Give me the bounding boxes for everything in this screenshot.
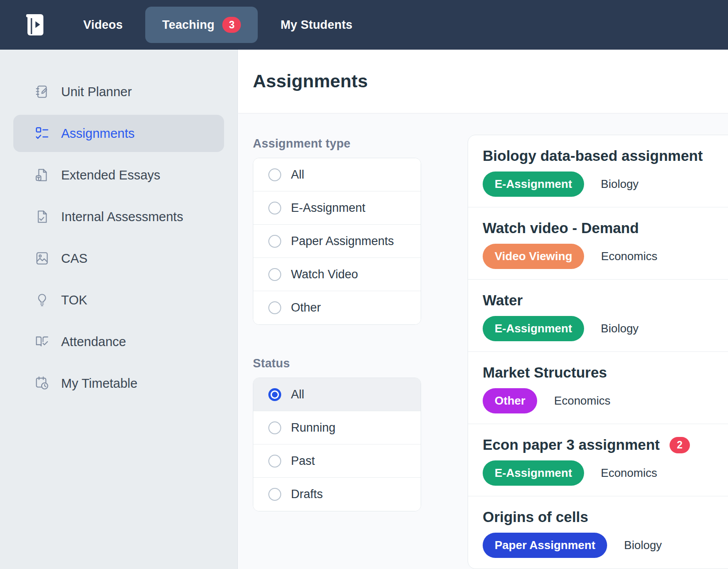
book-play-icon[interactable]	[25, 13, 46, 37]
assignments-list: Biology data-based assignment E-Assignme…	[468, 135, 728, 569]
sidebar-item-label: My Timetable	[61, 376, 137, 391]
assignment-title-text: Biology data-based assignment	[483, 148, 703, 164]
image-icon	[35, 251, 50, 266]
radio-button[interactable]	[268, 455, 281, 468]
option-label: Paper Assignments	[291, 234, 394, 248]
assignment-type-badge: Paper Assignment	[483, 533, 607, 558]
assignment-type-badge: Video Viewing	[483, 244, 584, 269]
assignment-title: Econ paper 3 assignment 2	[483, 436, 728, 453]
sidebar-item-attendance[interactable]: Attendance	[13, 323, 224, 360]
open-book-check-icon	[35, 334, 50, 349]
status-filter-option-running[interactable]: Running	[253, 411, 421, 444]
main-area: Assignments Assignment type All E-Assign…	[238, 50, 728, 569]
radio-button[interactable]	[268, 235, 281, 248]
type-filter-option-e-assignment[interactable]: E-Assignment	[253, 191, 421, 225]
assignment-title-text: Water	[483, 292, 523, 309]
assignment-title: Origins of cells	[483, 509, 728, 526]
option-label: Drafts	[291, 487, 323, 501]
sidebar: Unit Planner Assignments Extended Essays	[0, 50, 238, 569]
assignment-subject: Economics	[554, 394, 610, 408]
assignment-title-text: Origins of cells	[483, 509, 588, 526]
assignment-meta: E-Assignment Biology	[483, 171, 728, 197]
sidebar-item-label: Attendance	[61, 335, 126, 349]
type-filter-option-watch-video[interactable]: Watch Video	[253, 258, 421, 291]
radio-button[interactable]	[268, 421, 281, 434]
radio-button[interactable]	[268, 168, 281, 181]
sidebar-item-label: Extended Essays	[61, 168, 160, 183]
checklist-icon	[35, 126, 50, 141]
assignment-type-badge: E-Assignment	[483, 460, 584, 486]
assignment-row[interactable]: Market Structures Other Economics	[468, 352, 728, 424]
assignment-row[interactable]: Econ paper 3 assignment 2 E-Assignment E…	[468, 424, 728, 496]
assignment-subject: Biology	[601, 322, 639, 335]
nav-teaching[interactable]: Teaching 3	[145, 7, 258, 43]
sidebar-item-label: Unit Planner	[61, 85, 132, 99]
option-label: Watch Video	[291, 268, 358, 281]
option-label: Other	[291, 301, 321, 315]
nav-videos[interactable]: Videos	[83, 18, 123, 32]
radio-button[interactable]	[268, 301, 281, 314]
top-navigation-bar: Videos Teaching 3 My Students	[0, 0, 728, 50]
sidebar-item-label: Internal Assessments	[61, 210, 183, 224]
nav-teaching-label: Teaching	[162, 18, 214, 32]
option-label: Past	[291, 454, 315, 468]
assignment-row[interactable]: Origins of cells Paper Assignment Biolog…	[468, 496, 728, 569]
assignment-meta: E-Assignment Economics	[483, 460, 728, 486]
assignment-title-text: Market Structures	[483, 364, 607, 381]
assignment-row[interactable]: Water E-Assignment Biology	[468, 280, 728, 352]
status-filter-option-past[interactable]: Past	[253, 444, 421, 478]
assignment-meta: Other Economics	[483, 388, 728, 413]
document-check-icon	[35, 209, 50, 224]
status-filter: All Running Past Drafts	[253, 378, 421, 511]
submission-count-badge: 2	[670, 437, 690, 453]
assignment-title: Biology data-based assignment	[483, 148, 728, 164]
sidebar-item-my-timetable[interactable]: My Timetable	[13, 365, 224, 402]
sidebar-item-label: CAS	[61, 251, 88, 266]
assignment-title: Market Structures	[483, 364, 728, 381]
calendar-clock-icon	[35, 376, 50, 391]
main-header: Assignments	[238, 50, 728, 113]
status-label: Status	[253, 357, 421, 370]
option-label: Running	[291, 421, 336, 435]
assignment-title: Water	[483, 292, 728, 309]
sidebar-item-label: TOK	[61, 293, 87, 308]
assignment-subject: Economics	[601, 466, 657, 480]
assignment-row[interactable]: Biology data-based assignment E-Assignme…	[468, 135, 728, 207]
radio-button[interactable]	[268, 488, 281, 501]
teaching-count-badge: 3	[222, 17, 241, 33]
sidebar-item-unit-planner[interactable]: Unit Planner	[13, 73, 224, 110]
sidebar-item-label: Assignments	[61, 126, 135, 141]
assignment-title-text: Watch video - Demand	[483, 220, 639, 237]
sidebar-item-tok[interactable]: TOK	[13, 281, 224, 319]
status-filter-option-all[interactable]: All	[253, 378, 421, 411]
nav-my-students[interactable]: My Students	[280, 18, 352, 32]
sidebar-item-extended-essays[interactable]: Extended Essays	[13, 156, 224, 194]
assignment-meta: Paper Assignment Biology	[483, 533, 728, 558]
sidebar-item-cas[interactable]: CAS	[13, 240, 224, 277]
type-filter-option-all[interactable]: All	[253, 158, 421, 191]
top-nav-links: Videos Teaching 3 My Students	[83, 7, 352, 43]
sidebar-item-internal-assessments[interactable]: Internal Assessments	[13, 198, 224, 235]
option-label: E-Assignment	[291, 201, 365, 215]
radio-button[interactable]	[268, 268, 281, 281]
option-label: All	[291, 168, 304, 182]
page-title: Assignments	[253, 71, 368, 92]
radio-button-checked[interactable]	[268, 388, 281, 401]
option-label: All	[291, 388, 304, 401]
type-filter-option-paper-assignments[interactable]: Paper Assignments	[253, 225, 421, 258]
main-content: Assignment type All E-Assignment Paper A…	[238, 114, 728, 569]
assignment-subject: Economics	[601, 249, 657, 263]
notebook-pencil-icon	[35, 84, 50, 99]
assignment-row[interactable]: Watch video - Demand Video Viewing Econo…	[468, 207, 728, 280]
assignment-type-badge: E-Assignment	[483, 316, 584, 341]
radio-button[interactable]	[268, 202, 281, 214]
status-filter-option-drafts[interactable]: Drafts	[253, 478, 421, 511]
lightbulb-icon	[35, 292, 50, 308]
filters-panel: Assignment type All E-Assignment Paper A…	[253, 114, 421, 511]
assignment-meta: E-Assignment Biology	[483, 316, 728, 341]
type-filter-option-other[interactable]: Other	[253, 291, 421, 324]
assignment-type-badge: E-Assignment	[483, 171, 584, 197]
assignment-title-text: Econ paper 3 assignment	[483, 436, 660, 453]
sidebar-item-assignments[interactable]: Assignments	[13, 115, 224, 152]
assignment-type-label: Assignment type	[253, 137, 421, 151]
